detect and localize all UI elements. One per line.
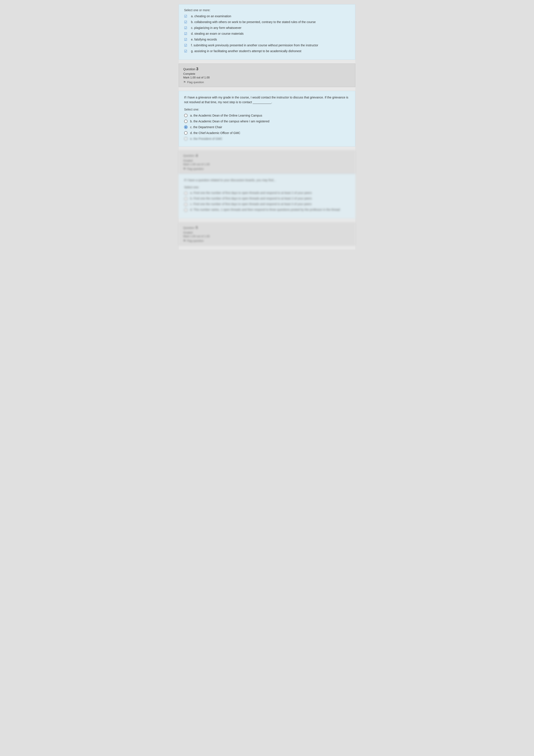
q4-question-label: Question bbox=[183, 154, 194, 157]
q3-mark: Mark 1.00 out of 1.00 bbox=[183, 76, 351, 79]
q3-option-e[interactable]: e. the President of GMC bbox=[184, 137, 350, 141]
q5-blurred-section: Question 5 Graded Mark 1.00 out of 1.00 … bbox=[179, 222, 355, 246]
q3-body: If I have a grievance with my grade in t… bbox=[184, 95, 350, 105]
q4-option-a-text: a. Find one the number of first days to … bbox=[190, 191, 312, 195]
q4-option-b-text: b. Find one the number of first days to … bbox=[190, 197, 312, 200]
q4-blurred-section: Question 4 Graded Mark 1.00 out of 1.00 … bbox=[179, 150, 355, 218]
q2-option-a[interactable]: ☑ a. cheating on an examination bbox=[184, 14, 350, 18]
q3-option-a-text: a. the Academic Dean of the Online Learn… bbox=[190, 113, 262, 118]
q4-info-block: Question 4 Graded Mark 1.00 out of 1.00 … bbox=[179, 150, 355, 174]
q3-option-d[interactable]: d. the Chief Academic Officer of GMC bbox=[184, 131, 350, 135]
q2-option-e[interactable]: ☑ e. falsifying records bbox=[184, 37, 350, 42]
q3-option-d-text: d. the Chief Academic Officer of GMC bbox=[190, 131, 240, 135]
q2-select-label: Select one or more: bbox=[184, 9, 350, 12]
q4-option-b: b. Find one the number of first days to … bbox=[184, 197, 350, 201]
q3-select-label: Select one: bbox=[184, 108, 350, 111]
page-wrapper: Select one or more: ☑ a. cheating on an … bbox=[179, 4, 355, 250]
flag-icon: ⚑ bbox=[183, 80, 186, 84]
q2-checkbox-b[interactable]: ☑ bbox=[184, 20, 189, 24]
q3-question-block: If I have a grievance with my grade in t… bbox=[179, 91, 355, 147]
q4-option-d: d. This number varies, 1 open threads an… bbox=[184, 208, 350, 212]
q3-option-c[interactable]: c. the Department Chair bbox=[184, 125, 350, 129]
q2-option-g[interactable]: ☑ g. assisting in or facilitating anothe… bbox=[184, 49, 350, 53]
q2-answer-block: Select one or more: ☑ a. cheating on an … bbox=[179, 4, 355, 60]
q5-flag-label: Flag question bbox=[187, 239, 204, 242]
q4-option-a: a. Find one the number of first days to … bbox=[184, 191, 350, 195]
q5-question-number: 5 bbox=[196, 226, 198, 230]
q4-select-label: Select one: bbox=[184, 185, 350, 189]
q3-radio-c[interactable] bbox=[184, 125, 188, 129]
q2-option-g-text: g. assisting in or facilitating another … bbox=[191, 49, 301, 53]
q2-checkbox-c[interactable]: ☑ bbox=[184, 26, 189, 30]
q2-option-c-text: c. plagiarizing in any form whatsoever bbox=[191, 26, 242, 30]
q4-status: Graded bbox=[183, 159, 351, 162]
q2-checkbox-g[interactable]: ☑ bbox=[184, 49, 189, 53]
q4-option-c-text: c. Find one the number of first days to … bbox=[190, 202, 312, 206]
bottom-spacer bbox=[179, 246, 355, 250]
q3-question-number: 3 bbox=[196, 67, 198, 71]
q5-info-block: Question 5 Graded Mark 1.00 out of 1.00 … bbox=[179, 222, 355, 246]
q4-body: If I have a question related to your dis… bbox=[184, 178, 350, 182]
flag-icon-q4: ⚑ bbox=[183, 167, 186, 171]
q3-radio-e[interactable] bbox=[184, 137, 188, 141]
q2-option-a-text: a. cheating on an examination bbox=[191, 14, 231, 18]
q2-option-e-text: e. falsifying records bbox=[191, 37, 217, 42]
q3-option-b[interactable]: b. the Academic Dean of the campus where… bbox=[184, 119, 350, 124]
q4-radio-d bbox=[184, 208, 188, 212]
q2-option-f[interactable]: ☑ f. submitting work previously presente… bbox=[184, 43, 350, 48]
q4-flag-label: Flag question bbox=[187, 167, 204, 171]
q4-option-c: c. Find one the number of first days to … bbox=[184, 202, 350, 206]
q4-mark: Mark 1.00 out of 1.00 bbox=[183, 163, 351, 166]
q3-info-block: Question 3 Complete Mark 1.00 out of 1.0… bbox=[179, 64, 355, 87]
q4-radio-b bbox=[184, 197, 188, 201]
q4-answer-block: If I have a question related to your dis… bbox=[179, 174, 355, 218]
q3-option-b-text: b. the Academic Dean of the campus where… bbox=[190, 119, 269, 124]
q4-radio-a bbox=[184, 192, 188, 195]
q5-flag: ⚑ Flag question bbox=[183, 239, 351, 242]
q4-radio-c bbox=[184, 203, 188, 206]
q3-status: Complete bbox=[183, 72, 351, 75]
q2-checkbox-f[interactable]: ☑ bbox=[184, 43, 189, 47]
q2-option-c[interactable]: ☑ c. plagiarizing in any form whatsoever bbox=[184, 26, 350, 30]
q3-radio-a[interactable] bbox=[184, 114, 188, 117]
flag-icon-q5: ⚑ bbox=[183, 239, 186, 242]
q3-flag-label: Flag question bbox=[187, 81, 204, 84]
q2-checkbox-d[interactable]: ☑ bbox=[184, 32, 189, 36]
q3-option-c-text: c. the Department Chair bbox=[190, 125, 222, 129]
q2-checkbox-a[interactable]: ☑ bbox=[184, 14, 189, 18]
q3-question-label: Question bbox=[183, 68, 195, 71]
q5-question-label: Question bbox=[183, 226, 194, 230]
q3-flag-button[interactable]: ⚑ Flag question bbox=[183, 80, 351, 84]
q3-option-e-text: e. the President of GMC bbox=[190, 137, 222, 141]
q2-option-f-text: f. submitting work previously presented … bbox=[191, 43, 318, 48]
q2-checkbox-e[interactable]: ☑ bbox=[184, 38, 189, 41]
q3-radio-b[interactable] bbox=[184, 120, 188, 123]
q3-title: Question 3 bbox=[183, 67, 351, 71]
q3-option-a[interactable]: a. the Academic Dean of the Online Learn… bbox=[184, 113, 350, 118]
q2-option-d[interactable]: ☑ d. stealing an exam or course material… bbox=[184, 32, 350, 36]
q4-flag: ⚑ Flag question bbox=[183, 167, 351, 171]
q2-option-b-text: b. collaborating with others on work to … bbox=[191, 20, 316, 24]
q5-status: Graded bbox=[183, 231, 351, 234]
q4-question-number: 4 bbox=[196, 154, 198, 158]
q2-option-b[interactable]: ☑ b. collaborating with others on work t… bbox=[184, 20, 350, 24]
q4-option-d-text: d. This number varies, 1 open threads an… bbox=[190, 208, 340, 211]
q3-radio-d[interactable] bbox=[184, 131, 188, 135]
q2-option-d-text: d. stealing an exam or course materials bbox=[191, 32, 243, 36]
q5-mark: Mark 1.00 out of 1.00 bbox=[183, 235, 351, 238]
